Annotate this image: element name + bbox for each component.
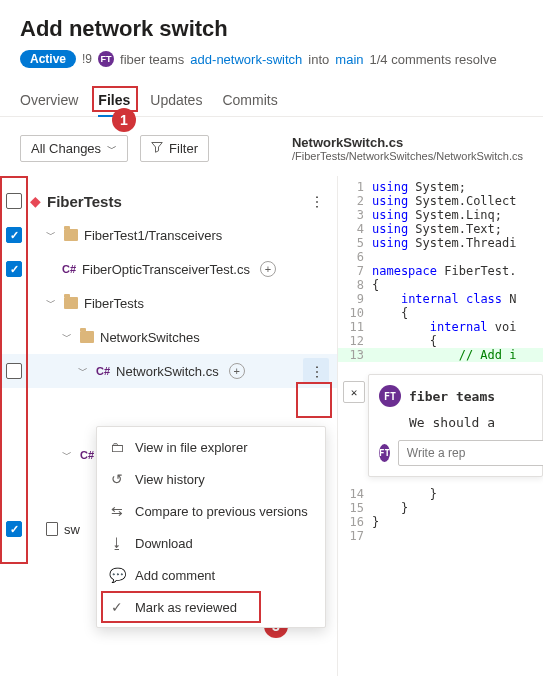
checkbox[interactable] <box>6 193 22 209</box>
tabs: Overview Files Updates Commits <box>0 84 543 117</box>
callout-1: 1 <box>112 108 136 132</box>
context-menu: 🗀 View in file explorer ↺ View history ⇆… <box>96 426 326 628</box>
chevron-down-icon: ﹀ <box>107 142 117 156</box>
more-menu-button[interactable]: ⋯ <box>303 188 329 214</box>
chevron-down-icon[interactable]: ﹀ <box>46 296 58 310</box>
cs-icon: C# <box>96 365 110 377</box>
target-branch-link[interactable]: main <box>335 52 363 67</box>
all-changes-label: All Changes <box>31 141 101 156</box>
folder-icon <box>64 229 78 241</box>
added-badge-icon: + <box>260 261 276 277</box>
code-line: } <box>372 515 543 529</box>
menu-label: Download <box>135 536 193 551</box>
team-label: fiber teams <box>120 52 184 67</box>
file-tree: ◆ FiberTests ⋯ ﹀ FiberTest1/Transceivers… <box>0 176 338 676</box>
checkbox[interactable] <box>6 521 22 537</box>
folder-open-icon: 🗀 <box>109 439 125 455</box>
tree-folder-transceivers[interactable]: ﹀ FiberTest1/Transceivers <box>0 218 337 252</box>
code-line: } <box>372 487 543 501</box>
comment-thread: ✕ FT fiber teams We should a FT <box>368 374 543 477</box>
download-icon: ⭳ <box>109 535 125 551</box>
more-menu-button[interactable]: ⋯ <box>303 358 329 384</box>
compare-icon: ⇆ <box>109 503 125 519</box>
filter-icon <box>151 141 163 156</box>
code-line: { <box>372 334 543 348</box>
folder-icon <box>64 297 78 309</box>
filter-button[interactable]: Filter <box>140 135 209 162</box>
menu-label: Add comment <box>135 568 215 583</box>
checkbox[interactable] <box>6 363 22 379</box>
menu-label: Compare to previous versions <box>135 504 308 519</box>
checkbox[interactable] <box>6 227 22 243</box>
code-line: using System.Text; <box>372 222 543 236</box>
added-badge-icon: + <box>229 363 245 379</box>
code-line: using System.Linq; <box>372 208 543 222</box>
tab-commits[interactable]: Commits <box>222 84 277 116</box>
folder-label: FiberTests <box>84 296 144 311</box>
file-label: NetworkSwitch.cs <box>116 364 219 379</box>
tree-file-fiberoptic[interactable]: C# FiberOpticTransceiverTest.cs + <box>0 252 337 286</box>
cs-icon: C# <box>62 263 76 275</box>
branch-link[interactable]: add-network-switch <box>190 52 302 67</box>
menu-compare[interactable]: ⇆ Compare to previous versions <box>97 495 325 527</box>
status-badge: Active <box>20 50 76 68</box>
code-viewer: 1using System; 2using System.Collect 3us… <box>338 176 543 676</box>
history-icon: ↺ <box>109 471 125 487</box>
file-path-title: NetworkSwitch.cs <box>292 135 523 150</box>
avatar: FT <box>98 51 114 67</box>
folder-label: NetworkSwitches <box>100 330 200 345</box>
menu-download[interactable]: ⭳ Download <box>97 527 325 559</box>
avatar: FT <box>379 444 390 462</box>
page-title: Add network switch <box>20 16 523 42</box>
tree-folder-fibertests[interactable]: ﹀ FiberTests <box>0 286 337 320</box>
tab-updates[interactable]: Updates <box>150 84 202 116</box>
comment-icon: 💬 <box>109 567 125 583</box>
rep-count: !9 <box>82 52 92 66</box>
code-line: using System.Threadi <box>372 236 543 250</box>
tree-root[interactable]: ◆ FiberTests ⋯ <box>0 184 337 218</box>
code-line: namespace FiberTest. <box>372 264 543 278</box>
filter-label: Filter <box>169 141 198 156</box>
code-line: { <box>372 306 543 320</box>
chevron-down-icon[interactable]: ﹀ <box>78 364 90 378</box>
folder-icon <box>80 331 94 343</box>
avatar: FT <box>379 385 401 407</box>
cs-icon: C# <box>80 449 94 461</box>
menu-mark-reviewed[interactable]: ✓ Mark as reviewed <box>97 591 325 623</box>
reply-input[interactable] <box>398 440 543 466</box>
into-label: into <box>308 52 329 67</box>
toolbar: All Changes ﹀ Filter NetworkSwitch.cs /F… <box>0 117 543 176</box>
comment-author: fiber teams <box>409 389 495 404</box>
tree-root-label: FiberTests <box>47 193 122 210</box>
chevron-down-icon[interactable]: ﹀ <box>62 448 74 462</box>
file-label: sw <box>64 522 80 537</box>
all-changes-button[interactable]: All Changes ﹀ <box>20 135 128 162</box>
file-icon <box>46 522 58 536</box>
tree-folder-networkswitches[interactable]: ﹀ NetworkSwitches <box>0 320 337 354</box>
menu-label: Mark as reviewed <box>135 600 237 615</box>
chevron-down-icon[interactable]: ﹀ <box>46 228 58 242</box>
menu-view-history[interactable]: ↺ View history <box>97 463 325 495</box>
folder-label: FiberTest1/Transceivers <box>84 228 222 243</box>
menu-add-comment[interactable]: 💬 Add comment <box>97 559 325 591</box>
check-icon: ✓ <box>109 599 125 615</box>
code-line: } <box>372 501 543 515</box>
chevron-down-icon[interactable]: ﹀ <box>62 330 74 344</box>
menu-label: View in file explorer <box>135 440 247 455</box>
comments-status: 1/4 comments resolve <box>370 52 497 67</box>
file-path-sub: /FiberTests/NetworkSwitches/NetworkSwitc… <box>292 150 523 162</box>
comment-body: We should a <box>409 415 532 430</box>
checkbox[interactable] <box>6 261 22 277</box>
file-label: FiberOpticTransceiverTest.cs <box>82 262 250 277</box>
code-line: internal voi <box>372 320 543 334</box>
code-line: using System.Collect <box>372 194 543 208</box>
close-button[interactable]: ✕ <box>343 381 365 403</box>
tree-file-networkswitch[interactable]: ﹀ C# NetworkSwitch.cs + ⋯ <box>0 354 337 388</box>
menu-view-explorer[interactable]: 🗀 View in file explorer <box>97 431 325 463</box>
code-line: { <box>372 278 543 292</box>
menu-label: View history <box>135 472 205 487</box>
status-row: Active !9 FT fiber teams add-network-swi… <box>20 50 523 68</box>
tab-overview[interactable]: Overview <box>20 84 78 116</box>
pr-icon: ◆ <box>30 193 41 209</box>
code-line: internal class N <box>372 292 543 306</box>
